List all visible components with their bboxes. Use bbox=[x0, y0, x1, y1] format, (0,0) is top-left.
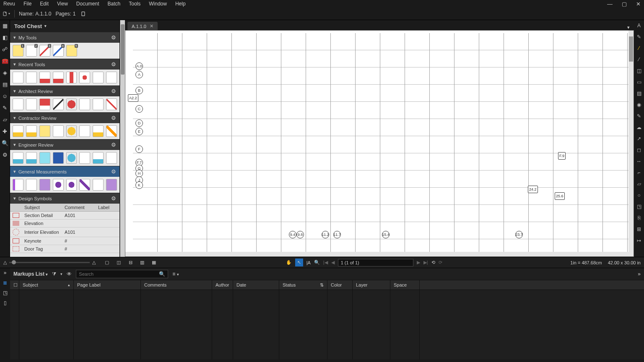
meas-tool[interactable] bbox=[106, 179, 117, 191]
document-canvas[interactable]: A.0ABCDEFF.7GHJK9.49.811.211.715.423.7A2… bbox=[125, 30, 634, 257]
polygon-tool-icon[interactable]: ▱ bbox=[635, 180, 643, 188]
thumbnails-icon[interactable]: ▦ bbox=[1, 22, 9, 29]
section-my-tools[interactable]: ▾My Tools ⚙ bbox=[10, 32, 119, 43]
ds-row[interactable]: Interior ElevationA101 bbox=[10, 228, 119, 237]
page-input[interactable] bbox=[338, 259, 413, 266]
ds-row[interactable]: Elevation bbox=[10, 220, 119, 228]
document-tab[interactable]: A.1.1.0 ✕ bbox=[127, 22, 158, 30]
bookmarks-icon[interactable]: ◧ bbox=[1, 34, 9, 41]
filter-dropdown-icon[interactable]: ▾ bbox=[60, 272, 62, 276]
split-v-icon[interactable]: ◫ bbox=[115, 260, 122, 265]
eng-tool[interactable] bbox=[66, 152, 77, 164]
arch-tool[interactable] bbox=[93, 98, 104, 110]
recent-tool[interactable] bbox=[39, 72, 50, 83]
arrow-tool-icon[interactable]: ↗ bbox=[635, 135, 643, 142]
eng-tool[interactable] bbox=[13, 152, 23, 164]
highlighter-tool-icon[interactable]: ⁄ bbox=[635, 44, 643, 52]
polyline-tool-icon[interactable]: ⌐ bbox=[635, 169, 643, 176]
open-doc-icon[interactable] bbox=[80, 10, 87, 18]
arch-tool[interactable] bbox=[106, 98, 117, 110]
nav-back-icon[interactable]: ⟲ bbox=[431, 260, 435, 265]
menu-help[interactable]: Help bbox=[175, 1, 186, 7]
gear-icon[interactable]: ⚙ bbox=[111, 61, 116, 67]
arch-tool[interactable] bbox=[13, 98, 23, 110]
properties-icon[interactable]: ⚙ bbox=[1, 151, 9, 158]
recent-tool[interactable] bbox=[26, 72, 37, 83]
panel-title[interactable]: Tool Chest ▾ bbox=[10, 20, 119, 32]
meas-tool[interactable] bbox=[79, 179, 90, 191]
menu-window[interactable]: Window bbox=[149, 1, 167, 7]
tool-arrow[interactable] bbox=[53, 45, 64, 57]
section-architect-review[interactable]: ▾Architect Review ⚙ bbox=[10, 85, 119, 96]
meas-tool[interactable] bbox=[66, 179, 77, 191]
recent-tool[interactable] bbox=[106, 72, 117, 83]
zoom-out-icon[interactable]: △ bbox=[3, 260, 7, 265]
section-recent-tools[interactable]: ▾Recent Tools ⚙ bbox=[10, 59, 119, 70]
eng-tool[interactable] bbox=[39, 152, 50, 164]
arch-tool[interactable] bbox=[53, 98, 64, 110]
doc-compare-icon[interactable]: ▯ bbox=[4, 300, 7, 306]
checkbox-column[interactable]: ☐ bbox=[10, 280, 19, 290]
fit-page-icon[interactable]: ▥ bbox=[138, 260, 146, 265]
contr-tool[interactable] bbox=[39, 125, 50, 137]
search-input[interactable] bbox=[79, 272, 159, 277]
studio-icon[interactable]: ☺ bbox=[1, 92, 9, 100]
collapse-icon[interactable]: » bbox=[4, 270, 7, 276]
column-comments[interactable]: Comments bbox=[141, 280, 212, 290]
stamp-tool-icon[interactable]: ◉ bbox=[635, 101, 643, 109]
tab-more-icon[interactable]: ▾ bbox=[623, 25, 634, 30]
column-space[interactable]: Space bbox=[390, 280, 420, 290]
recent-tool[interactable] bbox=[13, 72, 23, 83]
measure-icon[interactable]: ✚ bbox=[1, 127, 9, 135]
last-page-icon[interactable]: ▶| bbox=[423, 260, 428, 265]
section-design-symbols[interactable]: ▾Design Symbols ⚙ bbox=[10, 193, 119, 204]
shapes-icon[interactable]: ▱ bbox=[1, 116, 9, 123]
single-page-icon[interactable]: ▢ bbox=[103, 260, 111, 265]
contr-tool[interactable] bbox=[26, 125, 37, 137]
section-contractor-review[interactable]: ▾Contractor Review ⚙ bbox=[10, 112, 119, 123]
select-tool-icon[interactable]: ↖ bbox=[295, 259, 303, 266]
meas-tool[interactable] bbox=[39, 179, 50, 191]
tool-extra1-icon[interactable]: ⊞ bbox=[635, 225, 643, 233]
columns-icon[interactable]: ≡ ▾ bbox=[172, 271, 179, 277]
contr-tool[interactable] bbox=[79, 125, 90, 137]
eraser-tool-icon[interactable]: ◫ bbox=[635, 67, 643, 75]
gear-icon[interactable]: ⚙ bbox=[111, 142, 116, 148]
filter-icon[interactable]: ⧩ bbox=[52, 271, 56, 277]
column-page-label[interactable]: Page Label bbox=[74, 280, 141, 290]
menu-tools[interactable]: Tools bbox=[129, 1, 140, 7]
ds-row[interactable]: Keynote# bbox=[10, 237, 119, 245]
meas-tool[interactable] bbox=[93, 179, 104, 191]
menu-edit[interactable]: Edit bbox=[40, 1, 49, 7]
recent-tool[interactable] bbox=[93, 72, 104, 83]
eng-tool[interactable] bbox=[106, 152, 117, 164]
link-tool-icon[interactable]: ⎘ bbox=[635, 214, 643, 222]
markups-search[interactable]: 🔍 bbox=[76, 270, 168, 278]
column-subject[interactable]: Subject ▴ bbox=[19, 280, 74, 290]
fit-width-icon[interactable]: ▦ bbox=[150, 260, 158, 265]
crop-tool-icon[interactable]: ◳ bbox=[635, 203, 643, 210]
section-general-measurements[interactable]: ▾General Measurements ⚙ bbox=[10, 166, 119, 177]
layers-icon[interactable]: ◈ bbox=[1, 69, 9, 76]
meas-tool[interactable] bbox=[13, 179, 23, 191]
search-icon[interactable]: 🔍 bbox=[159, 271, 165, 277]
links-icon[interactable]: ☍ bbox=[1, 45, 9, 53]
cloud-tool-icon[interactable]: ☁ bbox=[635, 124, 643, 131]
gear-icon[interactable]: ⚙ bbox=[111, 195, 116, 202]
rect-tool-icon[interactable]: ▭ bbox=[635, 78, 643, 86]
tool-line[interactable] bbox=[39, 45, 50, 57]
menu-revu[interactable]: Revu bbox=[3, 1, 15, 7]
nav-fwd-icon[interactable]: ⟳ bbox=[439, 260, 442, 265]
eng-tool[interactable] bbox=[53, 152, 64, 164]
canvas-scrollbar-h[interactable] bbox=[125, 252, 628, 256]
column-color[interactable]: Color bbox=[327, 280, 353, 290]
menu-batch[interactable]: Batch bbox=[108, 1, 121, 7]
column-date[interactable]: Date bbox=[233, 280, 279, 290]
contr-tool[interactable] bbox=[106, 125, 117, 137]
eng-tool[interactable] bbox=[26, 152, 37, 164]
gear-icon[interactable]: ⚙ bbox=[111, 115, 116, 121]
markups-title[interactable]: Markups List ▾ bbox=[13, 271, 48, 277]
recent-tool[interactable] bbox=[79, 72, 90, 83]
contr-tool[interactable] bbox=[66, 125, 77, 137]
recent-tool[interactable] bbox=[53, 72, 64, 83]
